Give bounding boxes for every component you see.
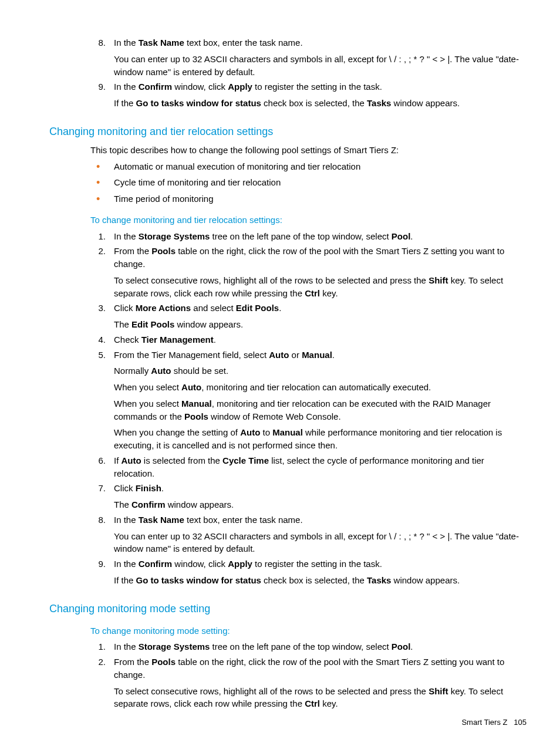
list-item-text: If Auto is selected from the Cycle Time …	[114, 454, 527, 480]
intro-text: This topic describes how to change the f…	[90, 144, 527, 157]
list-item-text: In the Task Name text box, enter the tas…	[114, 36, 527, 49]
list-item-text: In the Confirm window, click Apply to re…	[114, 80, 527, 93]
list-item: From the Pools table on the right, click…	[90, 245, 527, 299]
footer-label: Smart Tiers Z	[461, 718, 507, 727]
list-item-text: The Edit Pools window appears.	[114, 318, 527, 331]
section-heading: Changing monitoring and tier relocation …	[49, 124, 527, 139]
list-item-text: In the Confirm window, click Apply to re…	[114, 558, 527, 571]
list-item-text: You can enter up to 32 ASCII characters …	[114, 530, 527, 556]
page-footer: Smart Tiers Z 105	[461, 717, 527, 728]
bullet-item: Time period of monitoring	[90, 193, 527, 205]
list-item: From the Pools table on the right, click…	[90, 656, 527, 710]
list-item-text: If the Go to tasks window for status che…	[114, 574, 527, 587]
list-item: In the Task Name text box, enter the tas…	[90, 36, 527, 78]
list-item-text: Click Finish.	[114, 482, 527, 495]
list-item-text: In the Storage Systems tree on the left …	[114, 640, 527, 653]
list-item-text: From the Pools table on the right, click…	[114, 245, 527, 271]
list-item-text: In the Task Name text box, enter the tas…	[114, 514, 527, 526]
list-item-text: Check Tier Management.	[114, 333, 527, 346]
list-item-text: From the Pools table on the right, click…	[114, 656, 527, 681]
bullet-item: Automatic or manual execution of monitor…	[90, 160, 527, 173]
list-item-text: When you select Auto, monitoring and tie…	[114, 381, 527, 394]
list-item-text: Normally Auto should be set.	[114, 364, 527, 377]
list-item-text: When you change the setting of Auto to M…	[114, 426, 527, 452]
procedure-subhead: To change monitoring mode setting:	[90, 625, 527, 637]
list-item: Check Tier Management.	[90, 333, 527, 346]
list-item: If Auto is selected from the Cycle Time …	[90, 454, 527, 480]
ordered-list: In the Storage Systems tree on the left …	[90, 230, 527, 587]
list-item: In the Storage Systems tree on the left …	[90, 640, 527, 653]
list-item-text: To select consecutive rows, highlight al…	[114, 685, 527, 711]
bullet-list: Automatic or manual execution of monitor…	[90, 160, 527, 205]
list-item: In the Confirm window, click Apply to re…	[90, 558, 527, 587]
list-item-text: Click More Actions and select Edit Pools…	[114, 302, 527, 315]
list-item-text: The Confirm window appears.	[114, 498, 527, 511]
ordered-list: In the Storage Systems tree on the left …	[90, 640, 527, 710]
page-number: 105	[514, 718, 527, 727]
list-item-text: You can enter up to 32 ASCII characters …	[114, 53, 527, 79]
list-item-text: If the Go to tasks window for status che…	[114, 97, 527, 110]
list-item: Click More Actions and select Edit Pools…	[90, 302, 527, 331]
list-item-text: From the Tier Management field, select A…	[114, 349, 527, 362]
list-item: From the Tier Management field, select A…	[90, 349, 527, 452]
list-item: In the Storage Systems tree on the left …	[90, 230, 527, 243]
list-item: In the Confirm window, click Apply to re…	[90, 80, 527, 110]
list-item-text: In the Storage Systems tree on the left …	[114, 230, 527, 243]
procedure-subhead: To change monitoring and tier relocation…	[90, 214, 527, 227]
list-item: In the Task Name text box, enter the tas…	[90, 514, 527, 555]
section-heading: Changing monitoring mode setting	[49, 601, 527, 616]
continued-ordered-list: In the Task Name text box, enter the tas…	[90, 36, 527, 110]
list-item-text: To select consecutive rows, highlight al…	[114, 274, 527, 300]
list-item-text: When you select Manual, monitoring and t…	[114, 397, 527, 423]
list-item: Click Finish.The Confirm window appears.	[90, 482, 527, 511]
bullet-item: Cycle time of monitoring and tier reloca…	[90, 176, 527, 189]
